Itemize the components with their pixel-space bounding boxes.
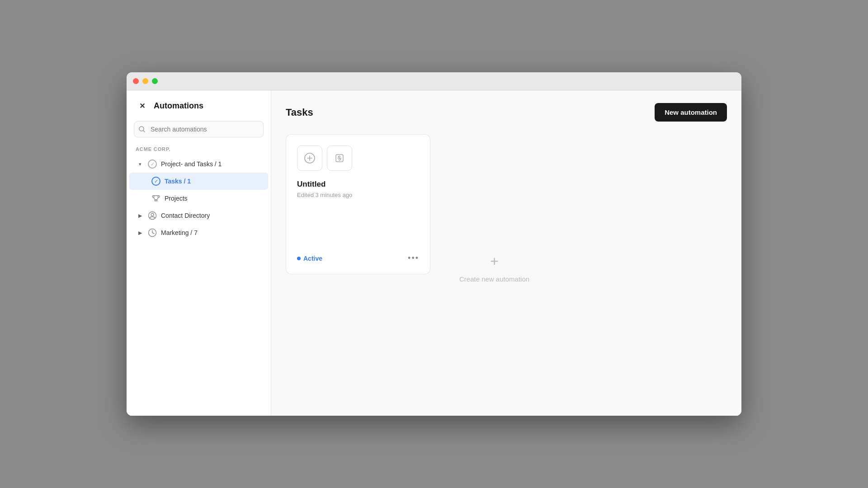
search-container (134, 121, 264, 137)
sidebar-item-label: Tasks / 1 (165, 178, 255, 185)
main-content: Tasks New automation (271, 90, 741, 416)
sidebar-item-marketing[interactable]: ▶ Marketing / 7 (129, 224, 268, 241)
titlebar (127, 72, 741, 90)
app-window: ✕ Automations ACME CORP. ▾ ✓ Project- an… (127, 72, 741, 416)
automation-card: Untitled Edited 3 minutes ago Active ••• (286, 134, 430, 274)
new-automation-button[interactable]: New automation (655, 103, 727, 122)
main-header: Tasks New automation (271, 90, 741, 134)
chevron-right-icon: ▶ (137, 229, 144, 236)
app-body: ✕ Automations ACME CORP. ▾ ✓ Project- an… (127, 90, 741, 416)
edit-action-icon-box[interactable] (327, 145, 352, 171)
sidebar-item-tasks[interactable]: ✓ Tasks / 1 (129, 173, 268, 190)
svg-point-4 (151, 213, 154, 216)
card-icons-row (297, 145, 419, 171)
chevron-right-icon: ▶ (137, 212, 144, 219)
minimize-button[interactable] (142, 78, 148, 84)
main-body: Untitled Edited 3 minutes ago Active •••… (271, 134, 741, 416)
section-label: ACME CORP. (127, 146, 271, 155)
search-input[interactable] (134, 121, 264, 137)
clock-circle-icon (147, 228, 157, 238)
add-trigger-icon-box[interactable] (297, 145, 322, 171)
maximize-button[interactable] (152, 78, 158, 84)
sidebar-item-label: Projects (165, 195, 261, 202)
active-label: Active (303, 255, 322, 262)
more-options-button[interactable]: ••• (408, 253, 419, 263)
create-new-automation-area[interactable]: + Create new automation (441, 134, 547, 401)
sidebar-item-label: Contact Directory (161, 212, 261, 219)
search-icon (138, 126, 146, 133)
sidebar-item-label: Marketing / 7 (161, 229, 261, 236)
sidebar-item-label: Project- and Tasks / 1 (161, 160, 261, 168)
trophy-icon (151, 193, 161, 203)
sidebar-item-projects[interactable]: Projects (129, 190, 268, 207)
sidebar-item-contact-directory[interactable]: ▶ Contact Directory (129, 207, 268, 224)
sidebar-item-project-tasks[interactable]: ▾ ✓ Project- and Tasks / 1 (129, 155, 268, 173)
sidebar-title: Automations (154, 101, 203, 111)
active-dot (297, 257, 301, 260)
sidebar: ✕ Automations ACME CORP. ▾ ✓ Project- an… (127, 90, 271, 416)
card-title: Untitled (297, 180, 419, 189)
create-new-label: Create new automation (459, 275, 529, 283)
card-footer: Active ••• (297, 253, 419, 263)
sidebar-header: ✕ Automations (127, 99, 271, 121)
create-plus-icon: + (490, 253, 499, 270)
active-badge: Active (297, 255, 322, 262)
svg-line-7 (152, 233, 154, 234)
close-sidebar-button[interactable]: ✕ (136, 99, 148, 112)
chevron-down-icon: ▾ (137, 160, 144, 168)
person-circle-icon (147, 211, 157, 221)
card-subtitle: Edited 3 minutes ago (297, 192, 419, 198)
check-circle-icon: ✓ (147, 159, 157, 169)
page-title: Tasks (286, 107, 313, 118)
svg-line-1 (143, 131, 145, 132)
check-circle-blue-icon: ✓ (151, 176, 161, 186)
close-button[interactable] (133, 78, 139, 84)
